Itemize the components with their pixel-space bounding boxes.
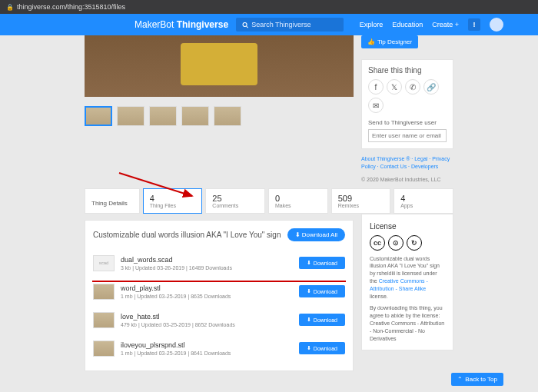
whatsapp-icon[interactable]: ✆: [405, 79, 420, 95]
email-icon[interactable]: ✉: [368, 98, 384, 113]
thumbnail-row: [85, 97, 354, 132]
file-name: dual_words.scad: [121, 256, 293, 264]
tab-files[interactable]: 4 Thing Files: [143, 188, 203, 214]
nav-right: Explore Education Create + !: [360, 18, 538, 32]
tabs-row: Thing Details 4 Thing Files 25 Comments …: [85, 188, 453, 214]
alert-icon[interactable]: !: [468, 18, 480, 31]
tip-designer-button[interactable]: 👍 Tip Designer: [361, 35, 418, 48]
license-text: Customizable dual words illusion AKA "I …: [370, 255, 445, 301]
back-to-top-button[interactable]: ⌃ Back to Top: [451, 373, 503, 386]
nav-education[interactable]: Education: [392, 21, 423, 28]
send-label: Send to Thingiverse user: [368, 119, 447, 126]
tab-makes[interactable]: 0 Makes: [268, 188, 328, 214]
download-button[interactable]: ⬇ Download: [299, 285, 345, 297]
tip-card: 👍 Tip Designer: [361, 35, 453, 53]
download-button[interactable]: ⬇ Download: [299, 257, 345, 269]
svg-point-0: [243, 22, 247, 26]
svg-line-1: [247, 26, 248, 28]
cc-sa-icon: ↻: [407, 235, 422, 251]
chevron-up-icon: ⌃: [457, 376, 463, 383]
nav-create[interactable]: Create +: [432, 21, 459, 28]
file-row: scaddual_words.scad3 kb | Updated 03-26-…: [93, 249, 345, 277]
thumbnail[interactable]: [85, 106, 112, 126]
tab-apps[interactable]: 4 Apps: [394, 188, 453, 214]
license-terms: By downloading this thing, you agree to …: [370, 304, 445, 342]
share-title: Share this thing: [368, 66, 447, 75]
copyright: © 2020 MakerBot Industries, LLC: [361, 177, 453, 182]
tab-remixes[interactable]: 509 Remixes: [331, 188, 391, 214]
file-row: love_hate.stl479 kb | Updated 03-25-2019…: [93, 306, 345, 334]
thumbs-up-icon: 👍: [367, 38, 375, 45]
url-text: thingiverse.com/thing:3515810/files: [17, 3, 125, 11]
file-name: iloveyou_plsrspnd.stl: [121, 341, 293, 349]
footer-links[interactable]: About Thingiverse ® · Legal · Privacy Po…: [361, 155, 453, 171]
file-meta: 479 kb | Updated 03-25-2019 | 8652 Downl…: [121, 322, 293, 327]
thumbnail[interactable]: [181, 106, 209, 126]
download-button[interactable]: ⬇ Download: [299, 342, 345, 354]
file-thumb: scad: [93, 255, 115, 271]
files-title: Customizable dual words illusion AKA "I …: [93, 231, 287, 239]
license-card: License cc ⊙ ↻ Customizable dual words i…: [361, 214, 453, 351]
search-icon: [242, 22, 248, 28]
link-icon[interactable]: 🔗: [423, 79, 439, 95]
nav-explore[interactable]: Explore: [360, 21, 384, 28]
search-input[interactable]: [251, 21, 337, 28]
file-thumb: [93, 284, 115, 300]
file-name: word_play.stl: [121, 284, 293, 292]
send-user-input[interactable]: [368, 129, 447, 142]
lock-icon: 🔒: [6, 4, 14, 11]
avatar[interactable]: [490, 18, 503, 32]
hero-image: [85, 35, 354, 97]
url-bar: 🔒 thingiverse.com/thing:3515810/files: [0, 0, 538, 14]
thumbnail[interactable]: [149, 106, 177, 126]
file-thumb: [93, 341, 115, 357]
download-all-button[interactable]: ⬇ Download All: [287, 228, 345, 241]
tab-details[interactable]: Thing Details: [85, 188, 140, 214]
file-name: love_hate.stl: [121, 313, 293, 321]
file-row: iloveyou_plsrspnd.stl1 mb | Updated 03-2…: [93, 334, 345, 363]
search-wrap[interactable]: [236, 18, 344, 32]
top-nav: MakerBot Thingiverse Explore Education C…: [0, 14, 538, 35]
share-card: Share this thing f 𝕏 ✆ 🔗 ✉ Send to Thing…: [361, 59, 453, 149]
download-button[interactable]: ⬇ Download: [299, 314, 345, 326]
twitter-icon[interactable]: 𝕏: [387, 79, 402, 95]
file-thumb: [93, 312, 115, 328]
brand-logo[interactable]: MakerBot Thingiverse: [134, 19, 228, 30]
license-title: License: [370, 222, 445, 231]
file-meta: 1 mb | Updated 03-25-2019 | 8635 Downloa…: [121, 294, 293, 299]
tab-comments[interactable]: 25 Comments: [205, 188, 265, 214]
file-meta: 1 mb | Updated 03-25-2019 | 8641 Downloa…: [121, 350, 293, 356]
cc-by-icon: ⊙: [388, 235, 404, 251]
thumbnail[interactable]: [214, 106, 241, 126]
file-row: word_play.stl1 mb | Updated 03-25-2019 |…: [93, 277, 345, 306]
file-meta: 3 kb | Updated 03-26-2019 | 16489 Downlo…: [121, 265, 293, 271]
facebook-icon[interactable]: f: [368, 79, 384, 95]
files-card: Customizable dual words illusion AKA "I …: [85, 220, 354, 371]
license-link[interactable]: Creative Commons - Attribution - Share A…: [370, 278, 428, 291]
thumbnail[interactable]: [117, 106, 144, 126]
cc-icon: cc: [370, 235, 385, 251]
